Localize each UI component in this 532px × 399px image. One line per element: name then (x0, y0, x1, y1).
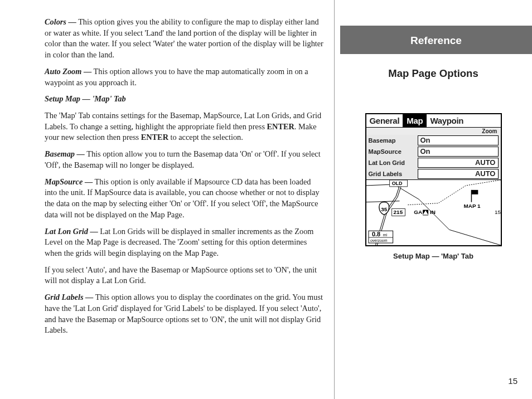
label-mapsource: MapSource — (45, 177, 93, 186)
label-gridlabels-row: Grid Labels (369, 171, 418, 177)
reference-banner: Reference (340, 26, 532, 54)
map-brand-right: IN (430, 209, 436, 215)
page-subtitle: Map Page Options (346, 67, 521, 80)
main-text-column: Colors — This option gives you the abili… (0, 0, 335, 399)
label-colors: Colors — (45, 17, 76, 26)
page-number: 15 (508, 376, 518, 386)
value-mapsource[interactable]: On (418, 147, 499, 157)
value-gridlabels[interactable]: AUTO (418, 169, 499, 179)
para-colors: Colors — This option gives you the abili… (45, 17, 324, 61)
row-latlon: Lat Lon Grid AUTO (366, 157, 501, 168)
label-latlon-row: Lat Lon Grid (369, 159, 418, 166)
row-mapsource: MapSource On (366, 146, 501, 157)
para-basemap: Basemap — This option allow you to turn … (45, 149, 324, 171)
map-overzoom: overzoom (370, 239, 387, 242)
map-highway-shield: 35 (381, 206, 388, 212)
label-mapsource-row: MapSource (369, 148, 418, 155)
tab-general[interactable]: General (366, 114, 404, 127)
tab-map[interactable]: Map (403, 114, 427, 127)
device-screenshot: General Map Waypoin Zoom Basemap On MapS… (365, 113, 502, 260)
map-brand-left: GA (414, 209, 422, 215)
label-gridlabels: Grid Labels — (45, 293, 93, 301)
svg-rect-4 (471, 190, 478, 194)
map-scale-unit: mi (383, 233, 387, 237)
tab-waypoint[interactable]: Waypoin (427, 114, 500, 127)
para-latlon: Lat Lon Grid — Lat Lon Grids will be dis… (45, 226, 324, 259)
row-basemap: Basemap On (366, 135, 501, 146)
para-autozoom: Auto Zoom — This option allows you to ha… (45, 66, 324, 88)
value-basemap[interactable]: On (418, 135, 499, 145)
subhead-setupmap: Setup Map — 'Map' Tab (45, 94, 324, 105)
zoom-header: Zoom (366, 128, 501, 135)
label-autozoom: Auto Zoom — (45, 67, 91, 76)
sidebar-column: Reference Map Page Options General Map W… (335, 0, 532, 399)
label-basemap-row: Basemap (369, 137, 418, 144)
map-old-label: OLD (391, 181, 402, 186)
device-tabs: General Map Waypoin (366, 114, 501, 128)
value-latlon[interactable]: AUTO (418, 158, 499, 168)
para-setupmap: The 'Map' Tab contains settings for the … (45, 110, 324, 143)
map-scale-value: 0.8 (371, 231, 380, 237)
map-scale-right: 15 (495, 209, 501, 215)
row-gridlabels: Grid Labels AUTO (366, 168, 501, 179)
para-latlon2: If you select 'Auto', and have the Basem… (45, 265, 324, 286)
label-latlon: Lat Lon Grid — (45, 227, 98, 236)
body-colors: This option gives you the ability to con… (45, 17, 323, 59)
para-mapsource: MapSource — This option is only availabl… (45, 177, 324, 221)
enter-key-2: ENTER (141, 133, 168, 142)
body-basemap: This option allow you to turn the Basema… (45, 149, 321, 169)
device-caption: Setup Map — 'Map' Tab (365, 252, 502, 260)
map-exit-label: 215 (393, 209, 403, 215)
device-map-preview: OLD 35 215 MAP 1 GA IN (366, 179, 501, 245)
map-flag-label: MAP 1 (463, 203, 481, 209)
enter-key-1: ENTER (267, 122, 294, 131)
label-basemap: Basemap — (45, 149, 85, 158)
device-settings: Basemap On MapSource On Lat Lon Grid AUT… (366, 135, 501, 179)
para-gridlabels: Grid Labels — This option allows you to … (45, 292, 324, 336)
